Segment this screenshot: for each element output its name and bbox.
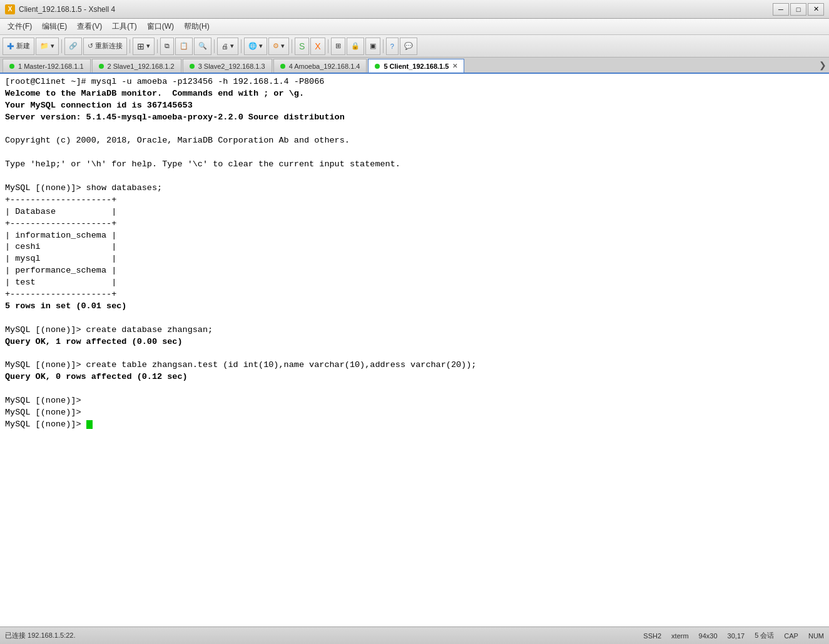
lock-button[interactable]: 🔒 [347, 38, 364, 55]
cursor-position: 30,17 [728, 632, 745, 640]
paste-icon: 📋 [180, 42, 188, 50]
title-bar: X Client_192.168.1.5 - Xshell 4 ─ □ ✕ [0, 0, 829, 19]
tab-label: 3 Slave2_192.168.1.3 [198, 63, 265, 70]
panes-button[interactable]: ⊞ ▾ [133, 38, 155, 55]
copy-button[interactable]: ⧉ [160, 38, 174, 55]
caps-lock: CAP [784, 632, 798, 640]
chat-button[interactable]: 💬 [400, 38, 417, 55]
dropdown-icon: ▾ [51, 42, 54, 50]
toolbar-separator-1 [61, 39, 62, 53]
help-button[interactable]: ? [386, 38, 399, 55]
panes-dropdown: ▾ [146, 42, 150, 50]
terminal-button[interactable]: ▣ [365, 38, 380, 55]
terminal-output[interactable]: [root@Clinet ~]# mysql -u amoeba -p12345… [0, 74, 829, 626]
tab-client[interactable]: 5 Client_192.168.1.5 ✕ [368, 59, 464, 73]
tab-master[interactable]: 1 Master-192.168.1.1 [3, 59, 91, 73]
tab-label: 4 Amoeba_192.168.1.4 [289, 63, 360, 70]
menu-file[interactable]: 文件(F) [3, 19, 37, 34]
menu-window[interactable]: 窗口(W) [142, 19, 179, 34]
transfer-icon: 🌐 [248, 42, 257, 50]
reconnect-icon: ↺ [88, 42, 93, 50]
new-icon: ✚ [7, 41, 14, 51]
new-label: 新建 [16, 41, 30, 51]
grid-icon: ⊞ [335, 42, 341, 50]
maximize-button[interactable]: □ [790, 3, 806, 16]
session-count: 5 会话 [755, 631, 774, 640]
terminal-icon: ▣ [370, 42, 376, 50]
xshell-icon: X [315, 41, 320, 51]
toolbar-separator-5 [241, 39, 242, 53]
transfer-button[interactable]: 🌐 ▾ [244, 38, 267, 55]
chat-icon: 💬 [404, 42, 413, 50]
tabs-bar: 1 Master-192.168.1.1 2 Slave1_192.168.1.… [0, 58, 829, 74]
status-bar: 已连接 192.168.1.5:22. SSH2 xterm 94x30 30,… [0, 626, 829, 644]
print-button[interactable]: 🖨 ▾ [217, 38, 238, 55]
find-icon: 🔍 [198, 42, 207, 50]
menu-edit[interactable]: 编辑(E) [37, 19, 72, 34]
tabs-scroll-right-icon[interactable]: ❯ [819, 60, 826, 70]
menu-help[interactable]: 帮助(H) [179, 19, 215, 34]
transfer-dropdown: ▾ [259, 42, 263, 50]
connection-status: 已连接 192.168.1.5:22. [5, 631, 76, 640]
tab-status-dot [9, 64, 14, 69]
xftp-button[interactable]: S [295, 38, 309, 55]
print-icon: 🖨 [221, 43, 228, 50]
minimize-button[interactable]: ─ [773, 3, 789, 16]
tab-slave1[interactable]: 2 Slave1_192.168.1.2 [92, 59, 181, 73]
toolbar-separator-2 [130, 39, 130, 53]
num-lock: NUM [808, 632, 824, 640]
window-title: Client_192.168.1.5 - Xshell 4 [19, 5, 115, 14]
grid-button[interactable]: ⊞ [331, 38, 345, 55]
panes-icon: ⊞ [137, 41, 145, 51]
tab-close-icon[interactable]: ✕ [452, 63, 457, 69]
menu-bar: 文件(F) 编辑(E) 查看(V) 工具(T) 窗口(W) 帮助(H) [0, 19, 829, 35]
help-icon: ? [390, 43, 394, 50]
tab-status-dot [190, 64, 195, 69]
menu-tools[interactable]: 工具(T) [107, 19, 141, 34]
toolbar-separator-8 [383, 39, 384, 53]
xftp-icon: S [299, 41, 305, 51]
terminal-cursor [86, 420, 93, 429]
toolbar: ✚ 新建 📁 ▾ 🔗 ↺ 重新连接 ⊞ ▾ ⧉ 📋 🔍 🖨 ▾ 🌐 ▾ ⚙ ▾ [0, 35, 829, 58]
toolbar-separator-6 [292, 39, 292, 53]
tab-amoeba[interactable]: 4 Amoeba_192.168.1.4 [273, 59, 367, 73]
lock-icon: 🔒 [351, 42, 360, 50]
settings-dropdown: ▾ [281, 42, 285, 50]
reconnect-button[interactable]: ↺ 重新连接 [83, 38, 127, 55]
settings-icon: ⚙ [273, 42, 279, 50]
tab-label: 2 Slave1_192.168.1.2 [108, 63, 175, 70]
toolbar-separator-3 [157, 39, 158, 53]
xshell-button[interactable]: X [310, 38, 325, 55]
close-button[interactable]: ✕ [808, 3, 824, 16]
terminal-size: 94x30 [699, 632, 718, 640]
folder-icon: 📁 [40, 42, 49, 50]
tab-label: 1 Master-192.168.1.1 [18, 63, 84, 70]
tab-slave2[interactable]: 3 Slave2_192.168.1.3 [183, 59, 272, 73]
link-icon: 🔗 [69, 42, 78, 50]
new-button[interactable]: ✚ 新建 [3, 38, 34, 55]
app-icon: X [5, 4, 15, 14]
tab-status-dot [99, 64, 104, 69]
paste-button[interactable]: 📋 [175, 38, 193, 55]
ssh-protocol: SSH2 [643, 632, 661, 640]
tab-status-dot [375, 64, 380, 69]
tab-status-dot [280, 64, 285, 69]
open-button[interactable]: 📁 ▾ [36, 38, 59, 55]
settings-button[interactable]: ⚙ ▾ [268, 38, 289, 55]
terminal-type: xterm [671, 632, 689, 640]
print-dropdown: ▾ [230, 42, 234, 50]
reconnect-label: 重新连接 [95, 41, 123, 51]
menu-view[interactable]: 查看(V) [72, 19, 107, 34]
copy-icon: ⧉ [165, 42, 170, 50]
toolbar-separator-4 [214, 39, 215, 53]
tab-label: 5 Client_192.168.1.5 [384, 63, 449, 70]
toolbar-separator-7 [328, 39, 328, 53]
connect-button[interactable]: 🔗 [64, 38, 82, 55]
find-button[interactable]: 🔍 [194, 38, 211, 55]
